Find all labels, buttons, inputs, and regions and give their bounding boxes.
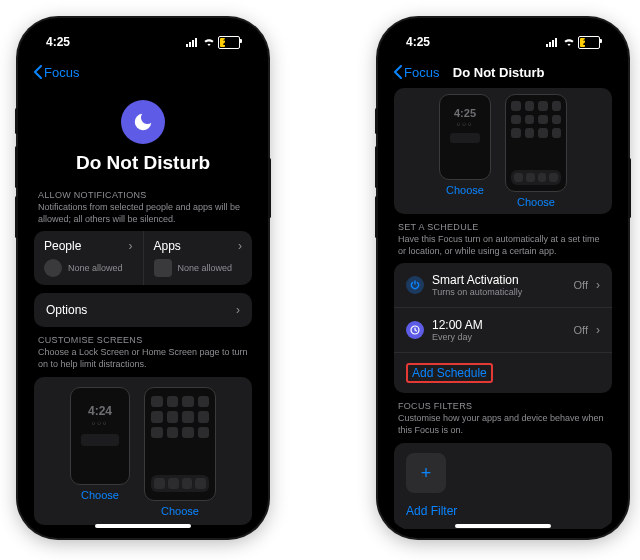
- chevron-right-icon: ›: [236, 303, 240, 317]
- phone-left: 4:25 21 Focus Do Not Distur: [18, 18, 268, 538]
- chevron-right-icon: ›: [238, 239, 242, 253]
- battery-icon: 21: [218, 36, 240, 49]
- home-screen-preview: [144, 387, 216, 501]
- power-icon: [406, 276, 424, 294]
- chevron-right-icon: ›: [129, 239, 133, 253]
- lock-screen-option[interactable]: 4:25 ○○○ Choose: [439, 94, 491, 208]
- back-button[interactable]: Focus: [34, 65, 79, 80]
- wifi-icon: [202, 37, 216, 47]
- svg-rect-1: [189, 42, 191, 47]
- choose-lock-link[interactable]: Choose: [81, 489, 119, 501]
- choose-home-link[interactable]: Choose: [161, 505, 199, 517]
- chevron-right-icon: ›: [596, 323, 600, 337]
- options-row[interactable]: Options ›: [34, 293, 252, 327]
- options-label: Options: [46, 303, 228, 317]
- filters-section-title: Focus Filters: [384, 401, 622, 413]
- smart-activation-value: Off: [574, 279, 588, 291]
- add-schedule-link[interactable]: Add Schedule: [406, 363, 493, 383]
- options-card: Options ›: [34, 293, 252, 327]
- add-schedule-row[interactable]: Add Schedule: [394, 352, 612, 393]
- home-screen-preview: [505, 94, 567, 192]
- people-label: People: [44, 239, 81, 253]
- chevron-right-icon: ›: [596, 278, 600, 292]
- clock-icon: [406, 321, 424, 339]
- apps-value: None allowed: [178, 263, 233, 273]
- screens-section-subtitle: Choose a Lock Screen or Home Screen page…: [24, 347, 262, 376]
- choose-home-link[interactable]: Choose: [517, 196, 555, 208]
- home-screen-option[interactable]: Choose: [144, 387, 216, 517]
- add-filter-link[interactable]: Add Filter: [406, 504, 457, 518]
- svg-rect-2: [192, 40, 194, 47]
- lock-screen-preview: 4:25 ○○○: [439, 94, 491, 180]
- allow-card: People› None allowed Apps› None allowed: [34, 231, 252, 285]
- smart-activation-sublabel: Turns on automatically: [432, 287, 566, 297]
- lock-screen-preview: 4:24 ○○○: [70, 387, 130, 485]
- status-time: 4:25: [406, 35, 430, 49]
- apps-label: Apps: [154, 239, 181, 253]
- phone-right: 4:25 21 Focus Do Not Disturb 4:25: [378, 18, 628, 538]
- people-cell[interactable]: People› None allowed: [34, 231, 144, 285]
- dnd-hero-icon: [121, 100, 165, 144]
- status-bar: 4:25 21: [24, 32, 262, 52]
- signal-icon: [546, 37, 560, 47]
- back-label: Focus: [44, 65, 79, 80]
- time-schedule-value: Off: [574, 324, 588, 336]
- screens-card: 4:25 ○○○ Choose Choose: [394, 88, 612, 214]
- home-indicator[interactable]: [455, 524, 551, 528]
- moon-icon: [132, 111, 154, 133]
- lock-screen-option[interactable]: 4:24 ○○○ Choose: [70, 387, 130, 517]
- svg-rect-3: [195, 38, 197, 47]
- screens-section-title: Customise Screens: [24, 335, 262, 347]
- status-time: 4:25: [46, 35, 70, 49]
- schedule-card: Smart Activation Turns on automatically …: [394, 263, 612, 393]
- allow-section-subtitle: Notifications from selected people and a…: [24, 202, 262, 231]
- header-title: Do Not Disturb: [385, 65, 612, 80]
- smart-activation-label: Smart Activation: [432, 273, 566, 287]
- schedule-section-subtitle: Have this Focus turn on automatically at…: [384, 234, 622, 263]
- time-schedule-label: 12:00 AM: [432, 318, 566, 332]
- apps-cell[interactable]: Apps› None allowed: [144, 231, 253, 285]
- filters-section-subtitle: Customise how your apps and device behav…: [384, 413, 622, 442]
- smart-activation-row[interactable]: Smart Activation Turns on automatically …: [394, 263, 612, 307]
- allow-section-title: Allow Notifications: [24, 190, 262, 202]
- svg-rect-7: [555, 38, 557, 47]
- nav-bar: Focus Do Not Disturb: [384, 58, 622, 86]
- choose-lock-link[interactable]: Choose: [446, 184, 484, 196]
- svg-rect-0: [186, 44, 188, 47]
- signal-icon: [186, 37, 200, 47]
- svg-rect-4: [546, 44, 548, 47]
- page-title: Do Not Disturb: [24, 152, 262, 174]
- add-filter-tile[interactable]: +: [406, 453, 446, 493]
- home-screen-option[interactable]: Choose: [505, 94, 567, 208]
- svg-rect-6: [552, 40, 554, 47]
- plus-icon: +: [421, 464, 432, 482]
- time-schedule-row[interactable]: 12:00 AM Every day Off ›: [394, 307, 612, 352]
- status-bar: 4:25 21: [384, 32, 622, 52]
- people-value: None allowed: [68, 263, 123, 273]
- home-indicator[interactable]: [95, 524, 191, 528]
- time-schedule-sublabel: Every day: [432, 332, 566, 342]
- screens-card: 4:24 ○○○ Choose Choose: [34, 377, 252, 525]
- nav-bar: Focus: [24, 58, 262, 86]
- app-placeholder-icon: [154, 259, 172, 277]
- chevron-left-icon: [34, 65, 42, 79]
- filters-card: + Add Filter: [394, 443, 612, 529]
- wifi-icon: [562, 37, 576, 47]
- svg-rect-5: [549, 42, 551, 47]
- schedule-section-title: Set a Schedule: [384, 222, 622, 234]
- battery-icon: 21: [578, 36, 600, 49]
- avatar-placeholder-icon: [44, 259, 62, 277]
